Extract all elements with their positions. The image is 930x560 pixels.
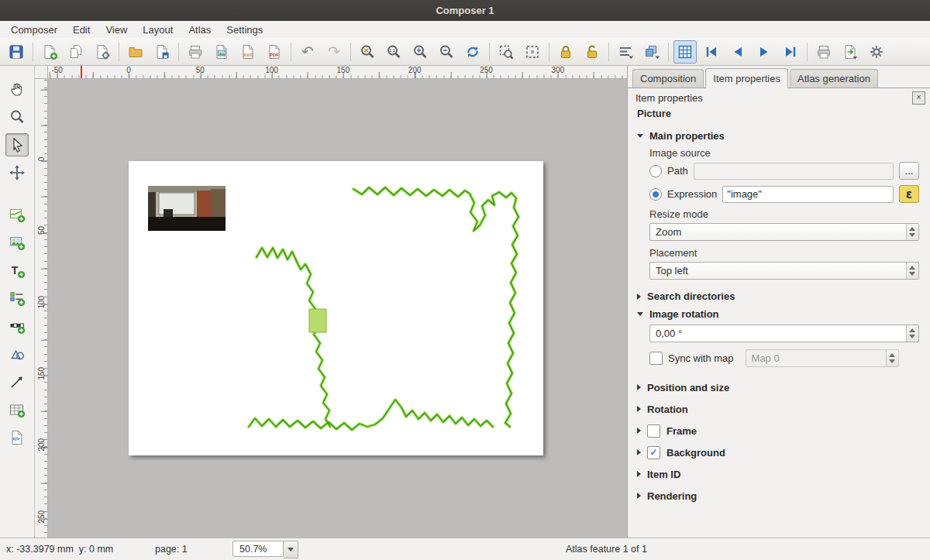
section-position-and-size[interactable]: Position and size (637, 376, 919, 398)
frame-checkbox[interactable] (647, 424, 660, 438)
section-frame[interactable]: Frame (637, 420, 919, 441)
pan-tool-icon[interactable] (5, 77, 29, 101)
sync-with-map-checkbox[interactable] (649, 352, 663, 365)
toolbar-separator (119, 43, 119, 61)
picture-item[interactable] (148, 186, 226, 231)
section-image-rotation[interactable]: Image rotation (637, 308, 919, 320)
rotation-spinbox[interactable]: 0,00 ° (649, 325, 919, 342)
refresh-view-icon[interactable] (461, 40, 484, 64)
lock-items-icon[interactable] (554, 40, 577, 64)
add-html-frame-icon[interactable]: </> (5, 426, 29, 449)
sync-with-map-label: Sync with map (668, 352, 734, 364)
zoom-in-icon[interactable] (408, 40, 432, 64)
composition-canvas[interactable] (47, 78, 627, 538)
background-checkbox[interactable]: ✓ (647, 446, 660, 459)
section-main-properties[interactable]: Main properties (637, 130, 919, 142)
add-scalebar-icon[interactable] (5, 314, 29, 338)
ruler-label: 50 (196, 66, 205, 74)
cursor-position-marker (81, 66, 82, 78)
map-select[interactable]: Map 0 (746, 349, 899, 367)
toolbar-separator (807, 43, 808, 61)
menu-item-settings[interactable]: Settings (219, 22, 270, 37)
add-image-icon[interactable] (5, 231, 29, 254)
tab-item-properties[interactable]: Item properties (705, 68, 788, 88)
horizontal-ruler[interactable]: -50050100150200250300 (47, 66, 627, 79)
print-icon[interactable] (184, 40, 207, 64)
sync-with-map-row: Sync with map Map 0 (649, 349, 919, 367)
atlas-last-feature-icon[interactable] (779, 40, 802, 64)
zoom-to-region-icon[interactable] (494, 40, 518, 64)
zoom-tool-icon[interactable] (5, 105, 29, 129)
atlas-settings-icon[interactable] (865, 40, 888, 64)
placement-select[interactable]: Top left (649, 262, 919, 280)
section-background[interactable]: ✓ Background (637, 441, 919, 463)
spinner-arrows-icon[interactable] (906, 325, 918, 342)
export-atlas-dropdown-icon[interactable] (839, 40, 862, 64)
atlas-preview-toggle-icon[interactable] (673, 40, 697, 64)
move-item-content-icon[interactable] (5, 161, 29, 184)
menu-item-edit[interactable]: Edit (65, 22, 98, 37)
add-attribute-table-icon[interactable] (5, 398, 29, 421)
svg-text:1:1: 1:1 (389, 48, 395, 53)
resize-mode-select[interactable]: Zoom (649, 223, 919, 241)
select-region-icon[interactable] (521, 40, 544, 64)
section-search-directories[interactable]: Search directories (637, 290, 919, 302)
section-item-id[interactable]: Item ID (637, 463, 919, 485)
section-rotation[interactable]: Rotation (637, 398, 919, 420)
menu-item-layout[interactable]: Layout (135, 22, 181, 37)
add-new-map-icon[interactable] (5, 203, 29, 226)
browse-button[interactable]: ... (899, 162, 919, 180)
placement-value: Top left (656, 265, 688, 277)
undo-icon[interactable]: ↶ (296, 40, 319, 64)
expression-input[interactable] (722, 186, 894, 203)
zoom-out-icon[interactable] (435, 40, 458, 64)
zoom-level-combo[interactable]: 50.7% (232, 541, 298, 557)
new-composer-icon[interactable] (38, 40, 61, 64)
add-label-icon[interactable]: T (5, 259, 29, 282)
zoom-dropdown-button[interactable] (284, 541, 298, 558)
print-atlas-icon[interactable] (812, 40, 835, 64)
vertical-ruler[interactable]: 050100150200250 (35, 78, 48, 538)
add-legend-icon[interactable] (5, 287, 29, 310)
menu-item-composer[interactable]: Composer (3, 22, 65, 37)
align-items-dropdown-icon[interactable] (614, 40, 637, 64)
save-project-icon[interactable] (5, 40, 28, 64)
expression-label: Expression (667, 188, 717, 200)
arrange-items-dropdown-icon[interactable] (640, 40, 663, 64)
expression-builder-button[interactable]: ε (899, 185, 919, 203)
save-as-template-icon[interactable] (150, 40, 174, 64)
atlas-first-feature-icon[interactable] (700, 40, 723, 64)
atlas-next-feature-icon[interactable] (753, 40, 776, 64)
toolbar-separator (291, 43, 291, 61)
path-input[interactable] (694, 163, 894, 180)
panel-close-icon[interactable]: × (912, 91, 925, 105)
load-from-template-icon[interactable] (124, 40, 147, 64)
export-pdf-icon[interactable]: PDF (263, 40, 286, 64)
add-basic-shape-icon[interactable] (5, 342, 29, 366)
svg-text:PDF: PDF (270, 52, 279, 57)
section-label: Rotation (647, 404, 688, 415)
zoom-actual-size-icon[interactable]: 1:1 (382, 40, 405, 64)
expand-arrow-icon (637, 384, 641, 390)
duplicate-composer-icon[interactable] (64, 40, 88, 64)
export-image-icon[interactable] (210, 40, 233, 64)
menu-item-view[interactable]: View (98, 22, 135, 37)
redo-icon[interactable]: ↷ (322, 40, 346, 64)
section-rendering[interactable]: Rendering (637, 485, 919, 507)
map-select-value: Map 0 (752, 352, 780, 364)
composer-manager-icon[interactable] (91, 40, 114, 64)
unlock-items-icon[interactable] (580, 40, 604, 64)
tab-composition[interactable]: Composition (632, 69, 704, 88)
select-move-item-icon[interactable] (5, 133, 29, 156)
expand-arrow-icon (637, 406, 641, 412)
section-label: Item ID (647, 469, 680, 480)
zoom-full-icon[interactable] (356, 40, 379, 64)
menu-item-atlas[interactable]: Atlas (181, 22, 219, 37)
tab-atlas-generation[interactable]: Atlas generation (790, 69, 878, 88)
composition-page[interactable] (129, 161, 543, 455)
expression-radio[interactable] (649, 188, 662, 201)
path-radio[interactable] (649, 165, 662, 177)
atlas-previous-feature-icon[interactable] (726, 40, 749, 64)
add-arrow-icon[interactable] (5, 370, 29, 393)
export-svg-icon[interactable]: SVG (236, 40, 260, 64)
